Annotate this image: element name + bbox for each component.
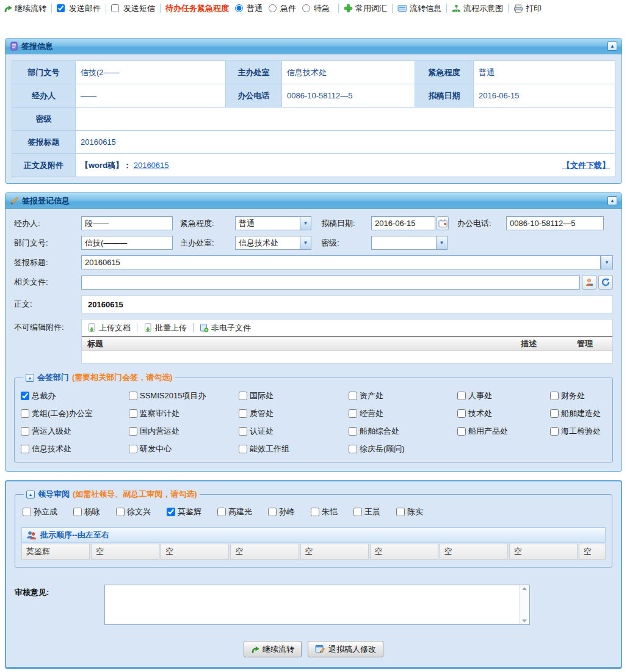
related-files-input[interactable] xyxy=(81,276,580,290)
leader-option[interactable]: 王晨 xyxy=(353,506,380,517)
countersign-checkbox[interactable] xyxy=(21,445,29,453)
send-sms-option[interactable]: 发送短信 xyxy=(111,3,155,14)
word-draft-link[interactable]: 20160615 xyxy=(134,161,169,170)
countersign-checkbox[interactable] xyxy=(129,392,137,400)
countersign-option[interactable]: 监察审计处 xyxy=(129,408,239,419)
countersign-option[interactable]: 人事处 xyxy=(457,390,550,401)
countersign-option[interactable]: 营运入级处 xyxy=(21,426,129,437)
countersign-option[interactable]: 研发中心 xyxy=(129,444,239,455)
title-input[interactable] xyxy=(81,255,601,269)
countersign-option[interactable]: 船用产品处 xyxy=(457,426,550,437)
countersign-option[interactable]: 总裁办 xyxy=(21,390,129,401)
batch-upload-button[interactable]: 批量上传 xyxy=(143,323,187,334)
countersign-option[interactable]: 船舶建造处 xyxy=(550,408,606,419)
countersign-checkbox[interactable] xyxy=(457,427,466,436)
countersign-option[interactable]: 国际处 xyxy=(239,390,349,401)
countersign-checkbox[interactable] xyxy=(239,445,247,453)
textarea-scrollbar[interactable] xyxy=(519,585,529,624)
file-download-link[interactable]: 【文件下载】 xyxy=(562,160,610,171)
urgency-normal-option[interactable]: 普通 xyxy=(229,3,263,14)
send-email-option[interactable]: 发送邮件 xyxy=(57,3,101,14)
countersign-checkbox[interactable] xyxy=(129,409,137,418)
host-office-select[interactable]: 信息技术处 ▼ xyxy=(235,236,311,250)
flow-info-button[interactable]: 流转信息 xyxy=(397,3,441,14)
review-opinion-textarea[interactable] xyxy=(105,585,529,624)
chevron-down-icon[interactable]: ▼ xyxy=(300,216,311,230)
scroll-up-icon[interactable] xyxy=(522,587,527,590)
send-sms-checkbox[interactable] xyxy=(111,4,119,12)
countersign-checkbox[interactable] xyxy=(349,392,357,400)
date-input[interactable] xyxy=(371,216,435,230)
chevron-down-icon[interactable]: ▼ xyxy=(300,236,311,250)
countersign-checkbox[interactable] xyxy=(129,427,137,436)
chevron-down-icon[interactable]: ▼ xyxy=(601,255,613,269)
urgency-express-option[interactable]: 特急 xyxy=(296,3,330,14)
dept-no-input[interactable] xyxy=(81,236,173,250)
countersign-option[interactable]: 国内营运处 xyxy=(129,426,239,437)
countersign-checkbox[interactable] xyxy=(550,409,559,418)
leader-option[interactable]: 孙峰 xyxy=(268,506,295,517)
upload-doc-button[interactable]: 上传文档 xyxy=(87,323,131,334)
leader-option[interactable]: 孙立成 xyxy=(23,506,57,517)
body-value-box[interactable]: 20160615 xyxy=(81,295,613,313)
leader-option[interactable]: 杨咏 xyxy=(73,506,100,517)
non-electronic-button[interactable]: 非电子文件 xyxy=(200,323,251,334)
countersign-checkbox[interactable] xyxy=(550,427,559,436)
collapse-section-button[interactable]: ▲ xyxy=(26,374,34,382)
collapse-panel-button[interactable]: ▲ xyxy=(607,42,617,51)
person-picker-button[interactable] xyxy=(582,275,596,290)
collapse-panel-button[interactable]: ▲ xyxy=(607,196,617,205)
urgency-express-radio[interactable] xyxy=(302,4,310,12)
countersign-checkbox[interactable] xyxy=(457,409,466,418)
countersign-checkbox[interactable] xyxy=(21,427,29,436)
title-combo[interactable]: ▼ xyxy=(81,255,613,269)
scroll-down-icon[interactable] xyxy=(522,619,527,623)
leader-checkbox[interactable] xyxy=(23,508,31,516)
urgency-select[interactable]: 普通 ▼ xyxy=(235,216,311,230)
countersign-option[interactable]: SSMIS2015项目办 xyxy=(129,390,239,401)
urgency-normal-radio[interactable] xyxy=(235,4,243,12)
countersign-checkbox[interactable] xyxy=(129,445,137,453)
leader-checkbox[interactable] xyxy=(73,508,82,516)
return-to-drafter-button[interactable]: 退拟稿人修改 xyxy=(308,641,383,657)
leader-checkbox[interactable] xyxy=(311,508,319,516)
countersign-option[interactable]: 信息技术处 xyxy=(21,444,129,455)
countersign-option[interactable]: 经营处 xyxy=(349,408,457,419)
collapse-section-button[interactable]: ▲ xyxy=(26,491,35,499)
print-button[interactable]: 打印 xyxy=(513,3,542,14)
countersign-checkbox[interactable] xyxy=(21,409,29,418)
leader-option[interactable]: 高建光 xyxy=(217,506,252,517)
countersign-checkbox[interactable] xyxy=(349,445,357,453)
refresh-button[interactable] xyxy=(598,275,613,290)
urgency-urgent-radio[interactable] xyxy=(269,4,277,12)
leader-checkbox[interactable] xyxy=(217,508,226,516)
leader-option[interactable]: 莫鉴辉 xyxy=(167,506,201,517)
countersign-option[interactable]: 资产处 xyxy=(349,390,457,401)
phone-input[interactable] xyxy=(506,216,604,230)
countersign-checkbox[interactable] xyxy=(21,392,29,400)
leader-checkbox[interactable] xyxy=(268,508,277,516)
countersign-option[interactable]: 财务处 xyxy=(550,390,606,401)
calendar-button[interactable] xyxy=(437,216,449,230)
countersign-option[interactable]: 认证处 xyxy=(239,426,349,437)
urgency-urgent-option[interactable]: 急件 xyxy=(263,3,296,14)
secret-select[interactable]: ▼ xyxy=(371,236,448,250)
common-words-button[interactable]: 常用词汇 xyxy=(344,3,387,14)
countersign-option[interactable]: 党组(工会)办公室 xyxy=(21,408,129,419)
countersign-checkbox[interactable] xyxy=(239,409,247,418)
leader-checkbox[interactable] xyxy=(353,508,362,516)
countersign-checkbox[interactable] xyxy=(239,392,247,400)
continue-flow-submit-button[interactable]: 继续流转 xyxy=(244,641,302,657)
countersign-option[interactable]: 船舶综合处 xyxy=(349,426,457,437)
countersign-checkbox[interactable] xyxy=(239,427,247,436)
operator-input[interactable] xyxy=(81,216,173,230)
countersign-checkbox[interactable] xyxy=(457,392,466,400)
continue-flow-button[interactable]: 继续流转 xyxy=(4,3,46,14)
countersign-option[interactable]: 质管处 xyxy=(239,408,349,419)
countersign-checkbox[interactable] xyxy=(349,427,357,436)
leader-option[interactable]: 朱恺 xyxy=(311,506,338,517)
countersign-option[interactable]: 海工检验处 xyxy=(550,426,606,437)
leader-checkbox[interactable] xyxy=(116,508,125,516)
flow-diagram-button[interactable]: 流程示意图 xyxy=(452,3,503,14)
countersign-checkbox[interactable] xyxy=(349,409,357,418)
